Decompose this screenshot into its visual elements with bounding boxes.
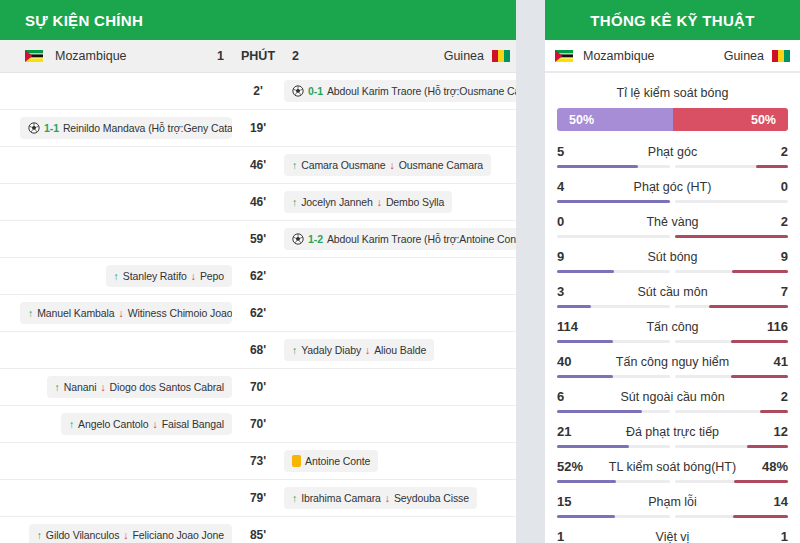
home-team-name: Mozambique xyxy=(55,49,127,63)
event-row: 1-1Reinildo Mandava (Hỗ trợ:Geny Catamo)… xyxy=(0,110,516,147)
home-event-cell: ↑Gildo Vilanculos↓Feliciano Joao Jone xyxy=(0,524,232,543)
stat-bar-away-track xyxy=(675,515,788,518)
stat-row: 114Tấn công116 xyxy=(545,317,800,352)
home-score: 1 xyxy=(217,49,224,63)
stat-bar-away-track xyxy=(675,305,788,308)
sub-out-icon: ↓ xyxy=(123,529,128,541)
sub-out-icon: ↓ xyxy=(191,270,196,282)
event-row: ↑Gildo Vilanculos↓Feliciano Joao Jone85' xyxy=(0,517,516,543)
stat-line: 6Sút ngoài cầu môn2 xyxy=(557,389,788,404)
event-minute: 19' xyxy=(232,121,284,135)
away-event-cell: ↑Yadaly Diaby↓Aliou Balde xyxy=(284,339,516,361)
stat-bar-home-track xyxy=(557,270,670,273)
score-after-goal: 1-1 xyxy=(44,122,59,134)
mozambique-flag-icon xyxy=(25,50,43,62)
stat-bars xyxy=(557,515,788,518)
event-minute: 62' xyxy=(232,306,284,320)
event-chip-goal: 1-2Abdoul Karim Traore (Hỗ trợ:Antoine C… xyxy=(284,228,516,250)
sub-in-icon: ↑ xyxy=(292,196,297,208)
stats-header-row: Mozambique Guinea xyxy=(545,40,800,73)
home-team-name: Mozambique xyxy=(583,49,655,63)
stat-bar-away-fill xyxy=(760,410,788,413)
stat-bar-home-track xyxy=(557,515,670,518)
goal-scorer-text: Abdoul Karim Traore (Hỗ trợ:Antoine Cont… xyxy=(327,233,516,245)
stat-away-value: 41 xyxy=(744,354,788,369)
stat-label: Đá phạt trực tiếp xyxy=(601,425,744,439)
stat-bar-away-fill xyxy=(734,480,788,483)
event-chip-sub: ↑Gildo Vilanculos↓Feliciano Joao Jone xyxy=(29,524,232,543)
stat-line: 40Tấn công nguy hiểm41 xyxy=(557,354,788,369)
event-minute: 46' xyxy=(232,158,284,172)
events-panel-title: SỰ KIỆN CHÍNH xyxy=(0,0,516,40)
stat-row: 40Tấn công nguy hiểm41 xyxy=(545,352,800,387)
events-header-row: Mozambique 1 PHÚT 2 Guinea xyxy=(0,40,516,73)
stat-home-value: 114 xyxy=(557,319,601,334)
home-event-cell: ↑Nanani↓Diogo dos Santos Cabral xyxy=(0,376,232,398)
sub-in-icon: ↑ xyxy=(28,307,33,319)
stat-bar-away-track xyxy=(675,270,788,273)
stat-bar-home-track xyxy=(557,445,670,448)
away-event-cell: ↑Ibrahima Camara↓Seydouba Cisse xyxy=(284,487,516,509)
sub-out-icon: ↓ xyxy=(153,418,158,430)
sub-out-player: Diogo dos Santos Cabral xyxy=(110,381,224,393)
stat-bar-home-fill xyxy=(557,410,642,413)
stat-bar-away-fill xyxy=(747,445,788,448)
stat-away-value: 2 xyxy=(744,389,788,404)
stat-bar-away-fill xyxy=(675,235,788,238)
soccer-ball-icon xyxy=(292,233,304,245)
event-row: ↑Angelo Cantolo↓Faisal Bangal70' xyxy=(0,406,516,443)
stat-bar-home-track xyxy=(557,410,670,413)
sub-out-icon: ↓ xyxy=(100,381,105,393)
event-minute: 46' xyxy=(232,195,284,209)
sub-out-player: Dembo Sylla xyxy=(386,196,444,208)
stat-bars xyxy=(557,480,788,483)
sub-in-icon: ↑ xyxy=(292,492,297,504)
stat-bar-home-track xyxy=(557,375,670,378)
stat-label: TL kiểm soát bóng(HT) xyxy=(601,460,744,474)
sub-out-player: Seydouba Cisse xyxy=(394,492,469,504)
stat-bar-home-fill xyxy=(557,200,670,203)
stat-away-value: 116 xyxy=(744,319,788,334)
event-row: 59'1-2Abdoul Karim Traore (Hỗ trợ:Antoin… xyxy=(0,221,516,258)
away-team-name: Guinea xyxy=(444,49,484,63)
stat-bar-away-fill xyxy=(731,375,788,378)
event-row: 73'Antoine Conte xyxy=(0,443,516,480)
stat-bar-home-fill xyxy=(557,375,613,378)
stat-line: 4Phạt góc (HT)0 xyxy=(557,179,788,194)
home-event-cell: ↑Angelo Cantolo↓Faisal Bangal xyxy=(0,413,232,435)
possession-label: Tỉ lệ kiểm soát bóng xyxy=(545,86,800,100)
guinea-flag-icon xyxy=(492,50,510,62)
stat-away-value: 14 xyxy=(744,494,788,509)
event-row: ↑Nanani↓Diogo dos Santos Cabral70' xyxy=(0,369,516,406)
stat-bar-home-track xyxy=(557,235,670,238)
event-chip-yellow: Antoine Conte xyxy=(284,450,378,472)
mozambique-flag-icon xyxy=(555,50,573,62)
stat-bar-home-fill xyxy=(557,515,615,518)
sub-in-player: Yadaly Diaby xyxy=(301,344,361,356)
stat-row: 4Phạt góc (HT)0 xyxy=(545,177,800,212)
stat-bars xyxy=(557,270,788,273)
sub-in-player: Manuel Kambala xyxy=(37,307,114,319)
stat-bars xyxy=(557,340,788,343)
stat-bar-away-fill xyxy=(733,515,788,518)
sub-out-icon: ↓ xyxy=(119,307,124,319)
stat-row: 1Việt vị1 xyxy=(545,527,800,543)
stat-away-value: 12 xyxy=(744,424,788,439)
sub-out-icon: ↓ xyxy=(390,159,395,171)
stat-label: Tấn công nguy hiểm xyxy=(601,355,744,369)
stat-bar-away-track xyxy=(675,375,788,378)
stat-bars xyxy=(557,165,788,168)
sub-in-player: Stanley Ratifo xyxy=(123,270,187,282)
stat-home-value: 40 xyxy=(557,354,601,369)
event-minute: 79' xyxy=(232,491,284,505)
stat-line: 0Thẻ vàng2 xyxy=(557,214,788,229)
stat-bars xyxy=(557,375,788,378)
stat-away-value: 7 xyxy=(744,284,788,299)
stat-row: 3Sút cầu môn7 xyxy=(545,282,800,317)
score-after-goal: 0-1 xyxy=(308,85,323,97)
stat-away-value: 2 xyxy=(744,214,788,229)
stat-row: 9Sút bóng9 xyxy=(545,247,800,282)
stat-home-value: 6 xyxy=(557,389,601,404)
possession-home-value: 50% xyxy=(569,113,594,127)
sub-in-icon: ↑ xyxy=(55,381,60,393)
